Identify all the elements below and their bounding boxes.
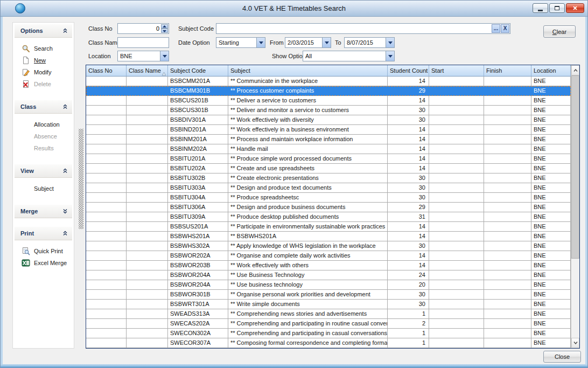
column-header-location[interactable]: Location bbox=[531, 65, 571, 77]
table-row[interactable]: BSBITU306A ** Design and produce busines… bbox=[86, 203, 571, 212]
collapse-chevron-icon[interactable] bbox=[62, 168, 68, 173]
table-row[interactable]: BSBWOR301B ** Organise personal work pri… bbox=[86, 290, 571, 300]
table-row[interactable]: BSBINM202A ** Handle mail 14 BNE bbox=[86, 144, 571, 154]
column-header-student-count[interactable]: Student Count bbox=[388, 65, 429, 77]
show-option-dropdown[interactable]: All bbox=[303, 51, 395, 61]
table-row[interactable]: BSBITU302B ** Create electronic presenta… bbox=[86, 173, 571, 183]
scroll-up-icon[interactable] bbox=[571, 65, 579, 75]
sidebar-item-delete: Delete bbox=[15, 78, 72, 90]
spin-down-icon[interactable] bbox=[161, 29, 168, 33]
sidebar-splitter-handle[interactable] bbox=[79, 129, 83, 229]
minimize-button[interactable] bbox=[533, 3, 548, 13]
cell-class-no bbox=[86, 338, 127, 348]
table-row[interactable]: BSBITU304A ** Produce spreadsheetsc 30 B… bbox=[86, 193, 571, 203]
cell-subject: ** Process and maintain workplace inform… bbox=[228, 135, 388, 144]
expand-chevron-icon[interactable] bbox=[62, 209, 68, 214]
chevron-down-icon[interactable] bbox=[256, 38, 265, 47]
table-row[interactable]: BSBWOR202A ** Organise and complete dail… bbox=[86, 251, 571, 261]
table-row[interactable]: BSBWOR204A ** Use Business Technology 24… bbox=[86, 270, 571, 280]
group-header-class[interactable]: Class bbox=[15, 100, 72, 114]
table-row[interactable]: SWECON302A ** Comprehending and particip… bbox=[86, 329, 571, 338]
sidebar-item-absence: Absence bbox=[15, 130, 72, 142]
collapse-chevron-icon[interactable] bbox=[62, 28, 68, 33]
scrollbar-thumb[interactable] bbox=[571, 75, 579, 259]
collapse-chevron-icon[interactable] bbox=[62, 231, 68, 236]
class-name-input[interactable] bbox=[118, 38, 169, 47]
cell-subject-code: BSBWRT301A bbox=[168, 300, 228, 309]
group-header-print[interactable]: Print bbox=[15, 227, 72, 240]
table-row[interactable]: BSBCUS201B ** Deliver a service to custo… bbox=[86, 96, 571, 106]
sidebar-item-allocation[interactable]: Allocation bbox=[15, 119, 72, 130]
table-row[interactable]: BSBWOR203B ** Work effectively with othe… bbox=[86, 261, 571, 270]
cell-class-no bbox=[86, 203, 127, 212]
subject-code-input[interactable] bbox=[216, 24, 510, 33]
table-row[interactable]: BSBWHS201A ** BSBWHS201A 14 BNE bbox=[86, 232, 571, 241]
table-row[interactable]: BSBCUS301B ** Deliver and monitor a serv… bbox=[86, 106, 571, 115]
table-row[interactable]: BSBWRT301A ** Write simple documents 30 … bbox=[86, 300, 571, 309]
cell-finish bbox=[484, 232, 531, 241]
column-header-class-no[interactable]: Class No bbox=[86, 65, 127, 77]
chevron-down-icon[interactable] bbox=[386, 51, 394, 61]
column-header-subject[interactable]: Subject bbox=[228, 65, 388, 77]
table-row[interactable]: SWECAS202A ** Comprehending and particip… bbox=[86, 319, 571, 329]
clear-x-icon: X bbox=[503, 25, 507, 31]
cell-class-no bbox=[86, 125, 127, 135]
from-date-dropdown[interactable]: 2/03/2015 bbox=[285, 37, 331, 48]
sidebar-item-excel-merge[interactable]: Excel Merge bbox=[15, 257, 72, 269]
date-option-dropdown[interactable]: Starting bbox=[216, 37, 265, 48]
table-row[interactable]: SWECOR307A ** Composing formal correspon… bbox=[86, 338, 571, 348]
table-row[interactable]: BSBCMM301B ** Process customer complaint… bbox=[86, 86, 571, 96]
table-row[interactable]: BSBWOR204A ** Use business technology 20… bbox=[86, 280, 571, 290]
sidebar-item-quick-print[interactable]: Quick Print bbox=[15, 245, 72, 257]
collapse-chevron-icon[interactable] bbox=[62, 104, 68, 109]
chevron-down-icon[interactable] bbox=[322, 38, 331, 47]
location-dropdown[interactable]: BNE bbox=[117, 51, 169, 61]
chevron-down-icon[interactable] bbox=[160, 51, 169, 61]
sidebar-item-search[interactable]: Search bbox=[15, 43, 72, 54]
chevron-down-icon[interactable] bbox=[386, 38, 394, 47]
scroll-down-icon[interactable] bbox=[571, 338, 579, 348]
table-row[interactable]: BSBITU309A ** Produce desktop published … bbox=[86, 212, 571, 222]
clear-button[interactable]: Clear bbox=[543, 25, 576, 38]
cell-location: BNE bbox=[531, 241, 571, 251]
table-row[interactable]: BSBDIV301A ** Work effectively with dive… bbox=[86, 115, 571, 125]
cell-class-name bbox=[127, 241, 168, 251]
spin-up-icon[interactable] bbox=[161, 24, 168, 29]
sidebar-item-new[interactable]: New bbox=[15, 54, 72, 66]
vertical-scrollbar[interactable] bbox=[571, 65, 579, 348]
table-row[interactable]: BSBCMM201A ** Communicate in the workpla… bbox=[86, 77, 571, 86]
subject-code-lookup-button[interactable]: ... bbox=[492, 24, 500, 33]
sidebar-item-subject[interactable]: Subject bbox=[15, 183, 72, 195]
group-header-options[interactable]: Options bbox=[15, 24, 72, 38]
column-header-class-name[interactable]: Class Name bbox=[127, 65, 168, 77]
to-date-dropdown[interactable]: 8/07/2015 bbox=[344, 37, 395, 48]
cell-subject: ** BSBWHS201A bbox=[228, 232, 388, 241]
cell-subject-code: BSBWOR204A bbox=[168, 270, 228, 280]
subject-code-clear-button[interactable]: X bbox=[501, 24, 509, 33]
cell-start bbox=[429, 280, 484, 290]
cell-finish bbox=[484, 212, 531, 222]
sidebar-item-modify[interactable]: Modify bbox=[15, 66, 72, 78]
cell-finish bbox=[484, 115, 531, 125]
table-row[interactable]: SWEADS313A ** Comprehending news stories… bbox=[86, 309, 571, 319]
table-row[interactable]: BSBITU202A ** Create and use spreadsheet… bbox=[86, 164, 571, 173]
application-window: 4.0 VET & HE Timetables Search ✕ Options bbox=[0, 0, 588, 368]
column-header-start[interactable]: Start bbox=[429, 65, 484, 77]
column-header-subject-code[interactable]: Subject Code bbox=[168, 65, 228, 77]
group-header-view[interactable]: View bbox=[15, 164, 72, 178]
table-row[interactable]: BSBWHS302A ** Apply knowledge of WHS leg… bbox=[86, 241, 571, 251]
table-row[interactable]: BSBIND201A ** Work effectively in a busi… bbox=[86, 125, 571, 135]
column-header-finish[interactable]: Finish bbox=[484, 65, 531, 77]
table-row[interactable]: BSBITU201A ** Produce simple word proces… bbox=[86, 154, 571, 164]
cell-subject: ** Create and use spreadsheets bbox=[228, 164, 388, 173]
cell-student-count: 30 bbox=[388, 193, 429, 203]
table-row[interactable]: BSBINM201A ** Process and maintain workp… bbox=[86, 135, 571, 144]
maximize-button[interactable] bbox=[549, 3, 565, 13]
cell-class-name bbox=[127, 173, 168, 183]
close-window-button[interactable]: ✕ bbox=[566, 3, 584, 13]
table-row[interactable]: BSBITU303A ** Design and produce text do… bbox=[86, 183, 571, 193]
table-row[interactable]: BSBSUS201A ** Participate in environment… bbox=[86, 222, 571, 232]
close-button[interactable]: Close bbox=[543, 351, 581, 363]
app-icon[interactable] bbox=[15, 3, 25, 13]
group-header-merge[interactable]: Merge bbox=[15, 205, 72, 218]
